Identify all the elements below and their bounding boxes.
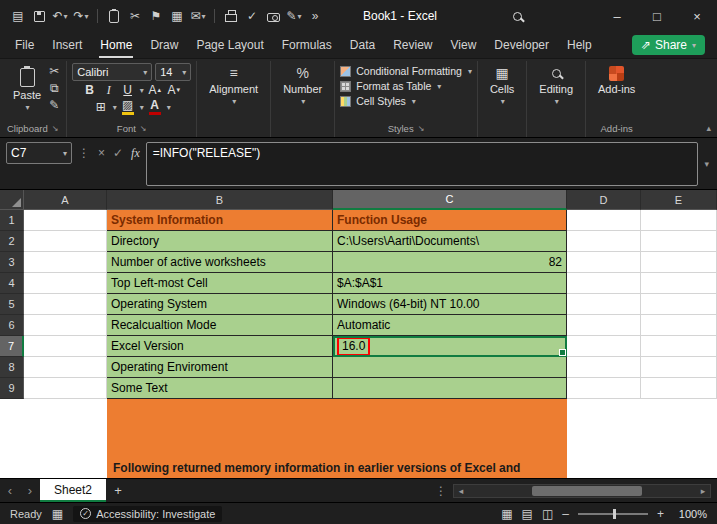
cell-C4[interactable]: $A:$A$1	[333, 273, 567, 294]
chevron-down-icon[interactable]: ▾	[298, 12, 302, 21]
chevron-down-icon[interactable]: ▾	[140, 103, 144, 112]
tab-help[interactable]: Help	[558, 32, 601, 58]
font-color-icon[interactable]: A	[147, 99, 163, 115]
alignment-button[interactable]: ≡ Alignment ▾	[202, 62, 265, 106]
collapse-ribbon-icon[interactable]: ▴	[706, 123, 711, 133]
cell-C7-selected[interactable]: 16.0	[333, 336, 567, 357]
underline-button[interactable]: U	[120, 82, 136, 98]
minimize-button[interactable]: –	[597, 0, 637, 32]
chevron-down-icon[interactable]: ▾	[113, 103, 117, 112]
increase-font-size-icon[interactable]: A▴	[147, 82, 163, 98]
number-button[interactable]: % Number ▾	[276, 62, 329, 106]
editing-button[interactable]: Editing ▾	[532, 62, 580, 106]
mail-icon[interactable]: ✉▾	[188, 4, 208, 28]
formula-input[interactable]: =INFO("RELEASE")	[146, 142, 699, 186]
print-icon[interactable]	[221, 4, 241, 28]
tab-review[interactable]: Review	[384, 32, 441, 58]
tab-home[interactable]: Home	[91, 32, 141, 58]
expand-formula-bar-icon[interactable]: ▾	[704, 159, 709, 169]
save-icon[interactable]	[29, 4, 49, 28]
cell-E6[interactable]	[641, 315, 717, 336]
column-header-E[interactable]: E	[641, 190, 717, 210]
tab-draw[interactable]: Draw	[141, 32, 187, 58]
search-icon[interactable]	[497, 0, 537, 32]
row-header-3[interactable]: 3	[0, 252, 24, 273]
cell-A5[interactable]	[24, 294, 107, 315]
cell-C8[interactable]	[333, 357, 567, 378]
row-header-5[interactable]: 5	[0, 294, 24, 315]
cut-icon[interactable]: ✂	[49, 65, 59, 78]
cell-D4[interactable]	[567, 273, 641, 294]
cell-C1[interactable]: Function Usage	[333, 210, 567, 231]
column-header-B[interactable]: B	[107, 190, 333, 210]
column-header-C[interactable]: C	[333, 190, 567, 210]
cell-A1[interactable]	[24, 210, 107, 231]
sheet-nav-left-icon[interactable]: ‹	[0, 483, 20, 498]
cell-A4[interactable]	[24, 273, 107, 294]
table-icon[interactable]: ▦	[167, 4, 187, 28]
cell-A3[interactable]	[24, 252, 107, 273]
more-commands-icon[interactable]: »	[305, 4, 325, 28]
zoom-level[interactable]: 100%	[673, 508, 707, 520]
chevron-down-icon[interactable]: ▾	[140, 86, 144, 95]
tab-developer[interactable]: Developer	[485, 32, 558, 58]
cell-E3[interactable]	[641, 252, 717, 273]
chevron-down-icon[interactable]: ▾	[64, 12, 68, 21]
accessibility-status[interactable]: ✓ Accessibility: Investigate	[73, 506, 222, 522]
cancel-icon[interactable]: ×	[98, 146, 105, 160]
spellcheck-icon[interactable]: ✓	[242, 4, 262, 28]
borders-icon[interactable]: ⊞	[93, 99, 109, 115]
decrease-font-size-icon[interactable]: A▾	[166, 82, 182, 98]
tab-page-layout[interactable]: Page Layout	[187, 32, 272, 58]
insert-function-icon[interactable]: fx	[131, 146, 140, 161]
flag-icon[interactable]: ⚑	[146, 4, 166, 28]
sheet-tab-sheet2[interactable]: Sheet2	[40, 479, 106, 502]
cell-C3[interactable]: 82	[333, 252, 567, 273]
cell-D2[interactable]	[567, 231, 641, 252]
scroll-thumb[interactable]	[532, 486, 642, 496]
page-break-view-icon[interactable]: ◫	[542, 507, 553, 521]
cell-B3[interactable]: Number of active worksheets	[107, 252, 333, 273]
cell-C5[interactable]: Windows (64-bit) NT 10.00	[333, 294, 567, 315]
cell-B2[interactable]: Directory	[107, 231, 333, 252]
cell-D7[interactable]	[567, 336, 641, 357]
row-header-6[interactable]: 6	[0, 315, 24, 336]
cell-E5[interactable]	[641, 294, 717, 315]
chevron-down-icon[interactable]: ▾	[63, 149, 67, 158]
row-header-1[interactable]: 1	[0, 210, 24, 231]
clipboard-icon[interactable]	[104, 4, 124, 28]
workbook-icon[interactable]: ▤	[8, 4, 28, 28]
cell-B6[interactable]: Recalcualtion Mode	[107, 315, 333, 336]
addins-button[interactable]: Add-ins	[591, 62, 642, 95]
cell-B8[interactable]: Operating Enviroment	[107, 357, 333, 378]
name-box[interactable]: C7 ▾	[6, 142, 72, 164]
tab-formulas[interactable]: Formulas	[273, 32, 341, 58]
cell-A2[interactable]	[24, 231, 107, 252]
cell-C6[interactable]: Automatic	[333, 315, 567, 336]
pen-icon[interactable]: ✎▾	[284, 4, 304, 28]
share-button[interactable]: ⇗ Share ▾	[632, 35, 705, 55]
column-header-A[interactable]: A	[24, 190, 107, 210]
format-painter-icon[interactable]: ✎	[49, 99, 59, 112]
font-name-select[interactable]: Calibri ▾	[72, 63, 152, 81]
cell-D5[interactable]	[567, 294, 641, 315]
undo-icon[interactable]: ↶▾	[50, 4, 70, 28]
horizontal-scrollbar[interactable]: ◂ ▸	[453, 484, 711, 498]
cell-B1[interactable]: System Information	[107, 210, 333, 231]
cell-E2[interactable]	[641, 231, 717, 252]
enter-icon[interactable]: ✓	[113, 146, 123, 160]
column-header-D[interactable]: D	[567, 190, 641, 210]
tab-resize-handle-icon[interactable]: ⋮	[435, 484, 447, 498]
cell-B7[interactable]: Excel Version	[107, 336, 333, 357]
normal-view-icon[interactable]: ▦	[501, 507, 512, 521]
bold-button[interactable]: B	[82, 82, 98, 98]
cell-E9[interactable]	[641, 378, 717, 399]
tab-file[interactable]: File	[6, 32, 43, 58]
chevron-down-icon[interactable]: ▾	[167, 103, 171, 112]
dialog-launcher-icon[interactable]: ↘	[140, 124, 147, 133]
cell-A8[interactable]	[24, 357, 107, 378]
cell-E7[interactable]	[641, 336, 717, 357]
page-layout-view-icon[interactable]: ▤	[522, 507, 533, 521]
cell-E4[interactable]	[641, 273, 717, 294]
font-size-select[interactable]: 14 ▾	[155, 63, 191, 81]
